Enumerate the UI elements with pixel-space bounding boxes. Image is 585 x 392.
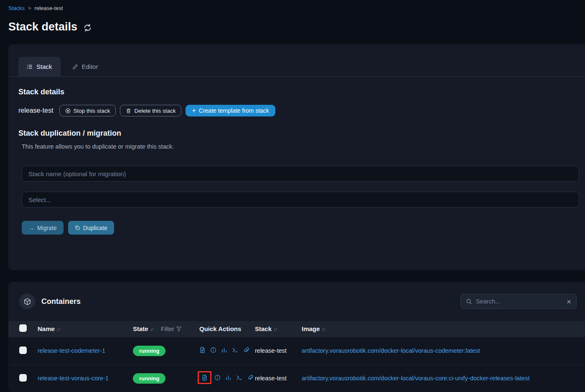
page-title-text: Stack details	[8, 20, 77, 33]
duplication-description: This feature allows you to duplicate or …	[22, 143, 579, 150]
breadcrumb-separator: >	[28, 5, 31, 11]
stack-cell: release-test	[255, 347, 287, 354]
breadcrumb-current: release-test	[35, 5, 63, 11]
sort-icon: ↓↑	[321, 326, 325, 332]
quick-actions	[199, 347, 249, 353]
refresh-icon[interactable]	[83, 23, 92, 32]
list-icon	[27, 64, 33, 70]
page-title: Stack details	[8, 20, 585, 33]
status-badge: running	[133, 373, 165, 384]
status-badge: running	[133, 346, 165, 356]
migrate-label: Migrate	[37, 225, 57, 231]
arrow-right-icon: →	[28, 225, 34, 231]
stack-column-label: Stack	[255, 325, 272, 332]
tab-editor[interactable]: Editor	[64, 57, 107, 76]
tab-stack-label: Stack	[36, 63, 52, 70]
migrate-button[interactable]: → Migrate	[22, 221, 64, 235]
inspect-icon[interactable]	[214, 374, 221, 381]
containers-table: Name↓↑ State↓↑ Filter	[8, 321, 585, 392]
container-name-link[interactable]: release-test-codemeter-1	[38, 347, 105, 354]
name-column-label: Name	[38, 325, 55, 332]
stack-actions-row: release-test Stop this stack	[18, 105, 579, 116]
state-column-label: State	[133, 325, 148, 332]
table-header-row: Name↓↑ State↓↑ Filter	[8, 321, 585, 337]
containers-title: Containers	[41, 297, 81, 306]
environment-select[interactable]: Select...	[22, 192, 579, 207]
quick-actions	[199, 374, 253, 381]
logs-icon[interactable]	[199, 347, 206, 353]
select-all-cell	[8, 321, 38, 337]
image-link[interactable]: artifactory.vorausrobotik.com/docker-loc…	[302, 347, 480, 354]
create-template-button[interactable]: + Create template from stack	[186, 105, 275, 116]
stop-icon	[65, 108, 71, 114]
filter-label: Filter	[161, 326, 174, 332]
stack-name: release-test	[18, 107, 53, 114]
column-header-state[interactable]: State↓↑ Filter	[133, 321, 199, 337]
column-header-quick-actions: Quick Actions	[199, 321, 255, 337]
image-link[interactable]: artifactory.vorausrobotik.com/docker-loc…	[302, 375, 529, 382]
clear-search-icon[interactable]: ×	[567, 298, 571, 306]
sort-icon: ↓↑	[150, 326, 153, 332]
search-input[interactable]	[476, 298, 563, 305]
state-filter-button[interactable]: Filter	[161, 326, 181, 332]
stack-details-card: Stack Editor Stack details release-test	[8, 44, 585, 270]
exec-console-icon[interactable]	[236, 374, 242, 381]
logs-icon[interactable]	[201, 374, 208, 381]
search-icon	[466, 298, 472, 305]
stack-name-input[interactable]	[22, 166, 579, 182]
attach-icon[interactable]	[247, 374, 253, 381]
table-row: release-test-voraus-core-1 running	[8, 364, 585, 392]
containers-card: Containers ×	[8, 282, 585, 392]
stop-stack-button[interactable]: Stop this stack	[59, 105, 116, 116]
tab-stack[interactable]: Stack	[18, 57, 61, 76]
image-column-label: Image	[302, 325, 320, 332]
tab-bar: Stack Editor	[8, 44, 585, 77]
plus-icon: +	[192, 107, 196, 114]
row-checkbox[interactable]	[19, 346, 27, 354]
annotation-highlight-box	[198, 371, 211, 384]
select-all-checkbox[interactable]	[19, 324, 27, 332]
duplicate-label: Duplicate	[83, 225, 107, 231]
container-cube-icon	[19, 293, 35, 309]
funnel-icon	[176, 326, 181, 331]
page: Stacks > release-test Stack details Stac…	[0, 0, 585, 392]
breadcrumb: Stacks > release-test	[8, 5, 585, 11]
row-checkbox[interactable]	[19, 374, 27, 382]
column-header-name[interactable]: Name↓↑	[38, 321, 133, 337]
sort-icon: ↓↑	[273, 326, 277, 332]
copy-icon	[75, 225, 80, 230]
create-template-label: Create template from stack	[199, 107, 269, 114]
stack-cell: release-test	[255, 375, 287, 382]
environment-select-placeholder: Select...	[28, 196, 51, 203]
containers-header: Containers ×	[8, 282, 585, 321]
breadcrumb-stacks-link[interactable]: Stacks	[8, 5, 25, 11]
container-name-link[interactable]: release-test-voraus-core-1	[38, 375, 109, 382]
stats-icon[interactable]	[225, 374, 231, 381]
stats-icon[interactable]	[221, 347, 227, 353]
stack-card-body: Stack details release-test Stop this sta…	[8, 77, 585, 270]
trash-icon	[126, 108, 131, 114]
inspect-icon[interactable]	[210, 347, 216, 353]
column-header-image[interactable]: Image↓↑	[302, 321, 585, 337]
quick-actions-column-label: Quick Actions	[199, 325, 241, 332]
search-box: ×	[460, 294, 577, 309]
column-header-stack[interactable]: Stack↓↑	[255, 321, 302, 337]
duplicate-button[interactable]: Duplicate	[68, 221, 114, 235]
duplication-heading: Stack duplication / migration	[18, 129, 579, 138]
delete-stack-label: Delete this stack	[134, 108, 176, 114]
delete-stack-button[interactable]: Delete this stack	[120, 105, 181, 116]
exec-console-icon[interactable]	[232, 347, 238, 353]
duplication-body: This feature allows you to duplicate or …	[22, 143, 579, 270]
table-row: release-test-codemeter-1 running	[8, 337, 585, 364]
duplication-buttons: → Migrate Duplicate	[22, 221, 579, 235]
stop-stack-label: Stop this stack	[74, 108, 110, 114]
stack-details-heading: Stack details	[18, 88, 579, 96]
attach-icon[interactable]	[243, 347, 249, 353]
pencil-icon	[72, 64, 78, 70]
tab-editor-label: Editor	[82, 63, 98, 70]
sort-icon: ↓↑	[56, 326, 60, 332]
